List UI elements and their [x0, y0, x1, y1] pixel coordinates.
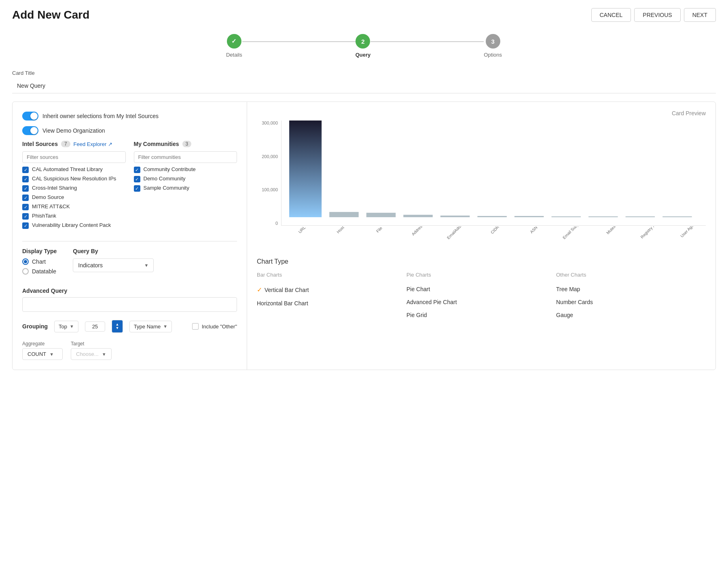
- right-panel: Card Preview 300,000 200,000 100,000 0: [247, 102, 715, 370]
- x-label-host: Host: [325, 226, 356, 245]
- community-checkbox-2[interactable]: [134, 185, 140, 192]
- bar-registry-key: [626, 216, 655, 217]
- horizontal-bar-chart-option[interactable]: Horizontal Bar Chart: [257, 297, 406, 310]
- x-label-url: URL: [287, 226, 317, 245]
- x-label-asn: ASN: [518, 226, 549, 245]
- radio-datatable-button[interactable]: [22, 268, 29, 275]
- community-checkbox-1[interactable]: [134, 176, 140, 182]
- intel-source-label-4: MITRE ATT&CK: [32, 203, 70, 209]
- query-section: Query By Indicators ▼: [73, 248, 154, 278]
- chart-type-section: Chart Type Bar Charts ✓ Vertical Bar Cha…: [257, 258, 706, 321]
- y-axis: 300,000 200,000 100,000 0: [257, 121, 281, 226]
- y-label-3: 0: [275, 221, 278, 226]
- pie-chart-option[interactable]: Pie Chart: [406, 283, 556, 296]
- include-other-checkbox[interactable]: [192, 323, 199, 330]
- advanced-pie-chart-option[interactable]: Advanced Pie Chart: [406, 296, 556, 309]
- bar-cidr: [477, 216, 506, 217]
- query-by-label: Query By: [73, 248, 154, 254]
- y-label-2: 100,000: [262, 187, 278, 192]
- radio-chart-button[interactable]: [22, 258, 29, 265]
- community-item-2: Sample Community: [134, 185, 237, 192]
- intel-source-checkbox-3[interactable]: [22, 195, 29, 201]
- feed-explorer-link[interactable]: Feed Explorer ↗: [74, 141, 112, 147]
- number-cards-option[interactable]: Number Cards: [556, 296, 706, 309]
- community-checkbox-0[interactable]: [134, 167, 140, 173]
- display-section: Display Type Chart Datatable: [22, 248, 57, 278]
- check-icon: ✓: [257, 286, 262, 294]
- chart-type-grid: Bar Charts ✓ Vertical Bar Chart Horizont…: [257, 272, 706, 321]
- intel-source-label-2: Cross-Intel Sharing: [32, 185, 77, 191]
- view-demo-toggle[interactable]: [22, 126, 38, 135]
- intel-source-checkbox-2[interactable]: [22, 185, 29, 192]
- query-by-value: Indicators: [78, 262, 103, 269]
- intel-source-checkbox-4[interactable]: [22, 204, 29, 210]
- grouping-stepper[interactable]: ▲ ▼: [112, 320, 123, 333]
- intel-source-label-5: PhishTank: [32, 213, 56, 219]
- advanced-pie-chart-label: Advanced Pie Chart: [406, 299, 457, 305]
- intel-source-checkbox-1[interactable]: [22, 176, 29, 182]
- previous-button[interactable]: PREVIOUS: [634, 8, 680, 22]
- advanced-query-input[interactable]: [22, 297, 237, 312]
- inherit-toggle[interactable]: [22, 112, 38, 121]
- grouping-number[interactable]: 25: [85, 321, 105, 332]
- grouping-type-dropdown[interactable]: Type Name ▼: [129, 321, 172, 332]
- card-preview-label: Card Preview: [257, 110, 706, 116]
- next-button[interactable]: NEXT: [684, 8, 716, 22]
- pie-grid-option[interactable]: Pie Grid: [406, 309, 556, 321]
- intel-source-item-0: CAL Automated Threat Library: [22, 166, 126, 173]
- aggregate-chevron: ▼: [49, 352, 54, 357]
- include-other-row: Include "Other": [192, 323, 237, 330]
- vertical-bar-chart-label: Vertical Bar Chart: [265, 287, 309, 293]
- divider-1: [22, 241, 237, 241]
- intel-source-item-3: Demo Source: [22, 194, 126, 201]
- tree-map-option[interactable]: Tree Map: [556, 283, 706, 296]
- query-by-dropdown[interactable]: Indicators ▼: [73, 258, 154, 272]
- grouping-type-value: Type Name: [134, 324, 161, 330]
- chart-svg: [281, 121, 706, 225]
- horizontal-bar-chart-label: Horizontal Bar Chart: [257, 300, 308, 307]
- target-dropdown[interactable]: Choose... ▼: [71, 348, 112, 360]
- intel-source-label-3: Demo Source: [32, 194, 64, 200]
- bar-file: [366, 213, 396, 217]
- display-type-label: Display Type: [22, 248, 57, 254]
- page-title: Add New Card: [12, 8, 89, 21]
- view-demo-row: View Demo Organization: [22, 126, 237, 135]
- radio-datatable[interactable]: Datatable: [22, 268, 57, 275]
- grouping-top-value: Top: [59, 324, 67, 330]
- gauge-option[interactable]: Gauge: [556, 309, 706, 321]
- page-header: Add New Card CANCEL PREVIOUS NEXT: [12, 8, 716, 22]
- intel-source-label-6: Vulnerability Library Content Pack: [32, 222, 111, 228]
- intel-sources-title: Intel Sources: [22, 141, 58, 147]
- vertical-bar-chart-option[interactable]: ✓ Vertical Bar Chart: [257, 283, 406, 297]
- query-by-chevron: ▼: [144, 263, 148, 268]
- intel-source-checkbox-5[interactable]: [22, 213, 29, 220]
- grouping-top-dropdown[interactable]: Top ▼: [54, 321, 78, 332]
- filter-communities-input[interactable]: [134, 151, 237, 163]
- other-charts-col: Other Charts Tree Map Number Cards Gauge: [556, 272, 706, 321]
- intel-sources-col: Intel Sources 7 Feed Explorer ↗ CAL Auto…: [22, 141, 126, 231]
- pie-charts-col: Pie Charts Pie Chart Advanced Pie Chart …: [406, 272, 556, 321]
- cancel-button[interactable]: CANCEL: [591, 8, 631, 22]
- intel-source-checkbox-6[interactable]: [22, 222, 29, 229]
- x-label-user-agent: User Agent: [673, 226, 703, 245]
- step-circle-2: 2: [356, 34, 370, 49]
- x-label-mutex: Mutex: [596, 226, 626, 245]
- include-other-label: Include "Other": [202, 324, 237, 330]
- radio-chart[interactable]: Chart: [22, 258, 57, 265]
- grouping-label: Grouping: [22, 323, 48, 330]
- view-demo-knob: [30, 127, 38, 134]
- intel-sources-badge: 7: [61, 141, 70, 147]
- display-query-row: Display Type Chart Datatable Query By In…: [22, 248, 237, 278]
- bar-url: [289, 121, 322, 217]
- intel-source-checkbox-0[interactable]: [22, 167, 29, 173]
- filter-sources-input[interactable]: [22, 151, 126, 163]
- card-title-input[interactable]: [12, 78, 716, 93]
- aggregate-dropdown[interactable]: COUNT ▼: [22, 348, 63, 360]
- bar-host: [329, 212, 358, 217]
- chart-plot: [281, 121, 706, 226]
- x-axis: URL Host File Address EmailAddress CIDR …: [281, 226, 706, 250]
- other-charts-title: Other Charts: [556, 272, 706, 278]
- target-placeholder: Choose...: [76, 351, 99, 357]
- grouping-type-chevron: ▼: [163, 324, 167, 329]
- step-label-3: Options: [484, 52, 502, 58]
